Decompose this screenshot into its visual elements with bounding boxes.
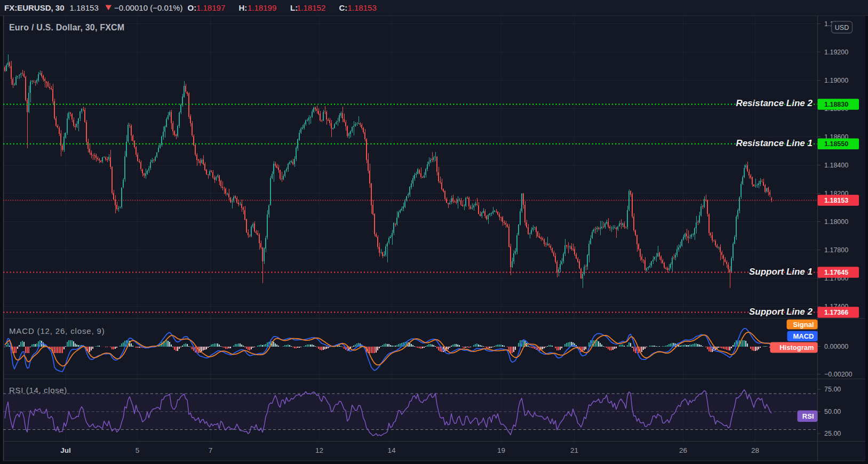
svg-text:25.00: 25.00 <box>824 430 841 437</box>
svg-text:1.18153: 1.18153 <box>824 197 848 204</box>
svg-text:Resistance Line 1: Resistance Line 1 <box>736 138 813 148</box>
svg-text:RSI: RSI <box>802 412 814 420</box>
svg-text:−0.00010 (−0.01%): −0.00010 (−0.01%) <box>114 3 182 12</box>
svg-text:Resistance Line 2: Resistance Line 2 <box>736 98 813 108</box>
svg-text:1.17366: 1.17366 <box>824 309 848 316</box>
svg-text:28: 28 <box>751 446 759 454</box>
svg-text:−0.00200: −0.00200 <box>824 371 853 378</box>
svg-text:1.18153: 1.18153 <box>348 3 377 12</box>
svg-text:O:: O: <box>188 3 197 12</box>
svg-text:1.18400: 1.18400 <box>824 162 848 169</box>
svg-text:USD: USD <box>835 24 849 31</box>
svg-text:Support Line 1: Support Line 1 <box>749 267 813 277</box>
svg-text:Support Line 2: Support Line 2 <box>749 307 813 317</box>
svg-text:1.18152: 1.18152 <box>297 3 325 12</box>
svg-text:19: 19 <box>497 446 505 454</box>
svg-text:C:: C: <box>339 3 348 12</box>
svg-text:Jul: Jul <box>60 446 71 454</box>
svg-text:Signal: Signal <box>793 321 814 329</box>
svg-text:1.18199: 1.18199 <box>248 3 276 12</box>
svg-text:Euro / U.S. Dollar, 30, FXCM: Euro / U.S. Dollar, 30, FXCM <box>9 23 124 32</box>
svg-text:H:: H: <box>239 3 248 12</box>
svg-text:14: 14 <box>387 446 396 454</box>
svg-text:1.19000: 1.19000 <box>824 77 848 84</box>
svg-text:7: 7 <box>209 446 213 454</box>
svg-text:RSI (14, close): RSI (14, close) <box>9 386 67 395</box>
svg-text:FX:EURUSD, 30: FX:EURUSD, 30 <box>4 3 65 12</box>
svg-text:0.00000: 0.00000 <box>824 343 848 350</box>
svg-text:26: 26 <box>679 446 687 454</box>
svg-text:1.19200: 1.19200 <box>824 49 848 56</box>
svg-text:1.18830: 1.18830 <box>824 101 848 108</box>
svg-text:1.18153: 1.18153 <box>70 3 99 12</box>
svg-text:1.17645: 1.17645 <box>824 269 848 276</box>
svg-text:MACD (12, 26, close, 9): MACD (12, 26, close, 9) <box>9 326 105 335</box>
svg-text:1.18550: 1.18550 <box>824 140 848 148</box>
svg-text:1.17800: 1.17800 <box>824 246 848 254</box>
svg-text:12: 12 <box>315 446 323 454</box>
svg-text:1.18197: 1.18197 <box>196 3 225 12</box>
svg-text:1.18000: 1.18000 <box>824 218 848 226</box>
svg-text:50.00: 50.00 <box>824 408 841 415</box>
svg-text:21: 21 <box>570 446 578 454</box>
svg-text:Histogram: Histogram <box>779 343 814 351</box>
svg-text:75.00: 75.00 <box>824 386 841 393</box>
svg-text:MACD: MACD <box>793 332 814 340</box>
svg-text:5: 5 <box>136 446 140 454</box>
